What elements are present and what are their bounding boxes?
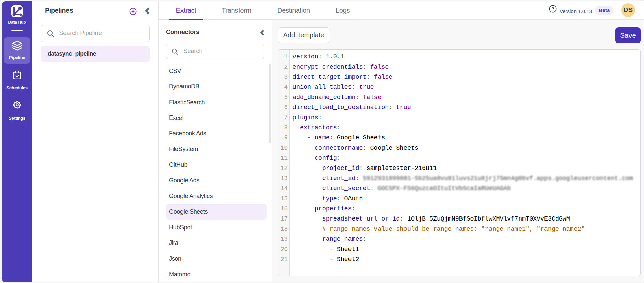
svg-text:?: ? xyxy=(551,6,554,11)
